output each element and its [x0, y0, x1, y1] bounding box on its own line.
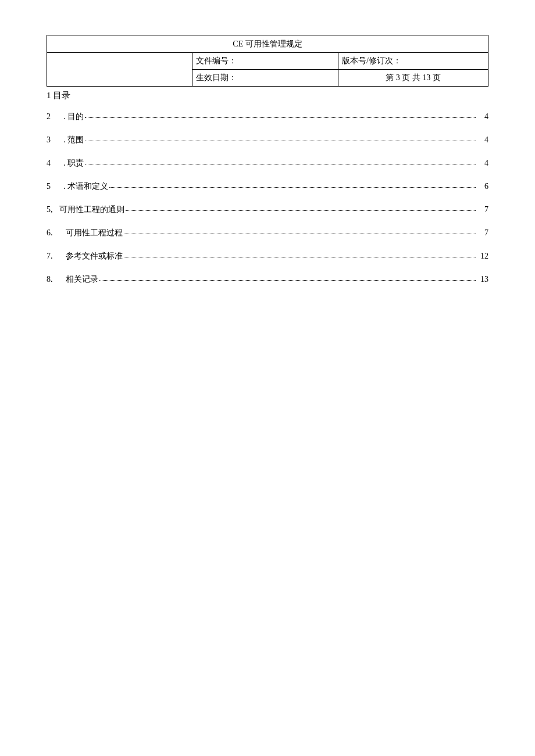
toc-dots	[85, 141, 476, 141]
toc-num: 4	[47, 159, 59, 168]
doc-no-label: 文件编号：	[192, 53, 338, 70]
toc-sep: .	[59, 182, 67, 191]
toc-sep: .	[59, 159, 67, 168]
toc-label: 可用性工程过程	[66, 228, 123, 238]
toc-dots	[124, 257, 476, 257]
toc-page: 4	[478, 112, 488, 121]
toc-page: 12	[478, 252, 488, 261]
toc-num: 8.	[47, 275, 59, 284]
toc-sep: .	[59, 135, 67, 145]
toc-label: 目的	[67, 112, 84, 122]
toc-entry: 8. 相关记录 13	[47, 274, 488, 285]
header-table: CE 可用性管理规定 文件编号： 版本号/修订次： 生效日期： 第 3 页 共 …	[47, 35, 488, 87]
toc-num: 5	[47, 182, 59, 191]
toc-label: 可用性工程的通则	[59, 205, 124, 215]
toc-page: 13	[478, 275, 488, 284]
toc-entry: 3 . 范围 4	[47, 135, 488, 145]
toc-entry: 4 . 职责 4	[47, 158, 488, 169]
header-blank-cell	[47, 53, 192, 87]
toc-entry: 5, 可用性工程的通则 7	[47, 205, 488, 215]
toc-dots	[109, 187, 476, 188]
document-page: CE 可用性管理规定 文件编号： 版本号/修订次： 生效日期： 第 3 页 共 …	[0, 0, 535, 321]
toc-sep	[59, 228, 66, 238]
toc-num: 5,	[47, 205, 59, 214]
toc-dots	[85, 117, 476, 118]
toc-dots	[85, 164, 476, 164]
toc-sep	[59, 252, 66, 261]
toc-label: 职责	[67, 158, 84, 169]
page-indicator: 第 3 页 共 13 页	[338, 70, 488, 87]
toc-num: 3	[47, 135, 59, 145]
toc-num: 7.	[47, 252, 59, 261]
toc-page: 6	[478, 182, 488, 191]
toc-page: 7	[478, 205, 488, 214]
effective-date-label: 生效日期：	[192, 70, 338, 87]
toc-entry: 5 . 术语和定义 6	[47, 181, 488, 192]
doc-title: CE 可用性管理规定	[47, 35, 488, 53]
toc-num: 6.	[47, 228, 59, 238]
toc-entry: 6. 可用性工程过程 7	[47, 228, 488, 238]
toc-sep	[59, 275, 66, 284]
toc-page: 4	[478, 159, 488, 168]
toc-heading: 1 目录	[47, 90, 488, 101]
toc-entry: 2 . 目的 4	[47, 112, 488, 122]
toc-dots	[124, 234, 476, 234]
toc-page: 4	[478, 135, 488, 145]
toc-dots	[126, 210, 476, 211]
toc-label: 范围	[67, 135, 84, 145]
version-label: 版本号/修订次：	[338, 53, 488, 70]
toc-dots	[99, 280, 476, 281]
toc-label: 术语和定义	[67, 181, 108, 192]
toc-entry: 7. 参考文件或标准 12	[47, 251, 488, 261]
toc-num: 2	[47, 112, 59, 121]
toc-sep: .	[59, 112, 67, 121]
toc-page: 7	[478, 228, 488, 238]
table-of-contents: 2 . 目的 4 3 . 范围 4 4 . 职责 4 5 . 术语和定义 6	[47, 112, 488, 285]
toc-label: 参考文件或标准	[66, 251, 123, 261]
toc-label: 相关记录	[66, 274, 98, 285]
